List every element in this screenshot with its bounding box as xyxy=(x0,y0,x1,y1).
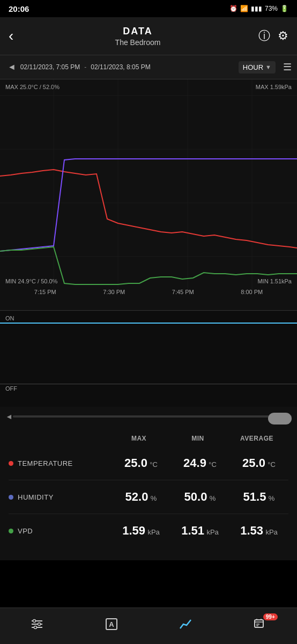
vpd-text: VPD xyxy=(18,527,33,535)
humidity-max-unit: % xyxy=(151,494,157,502)
display-icon: A xyxy=(104,617,119,632)
vpd-label: VPD xyxy=(9,527,78,535)
humidity-values: 52.0 % 50.0 % 51.5 % xyxy=(78,490,288,504)
nav-filters[interactable] xyxy=(18,617,56,632)
header: ‹ DATA The Bedroom ⓘ ⚙ xyxy=(0,17,297,55)
temperature-values: 25.0 °C 24.9 °C 25.0 °C xyxy=(78,456,288,470)
temperature-min-cell: 24.9 °C xyxy=(170,456,229,470)
alarm-icon: ⏰ xyxy=(229,5,237,12)
humidity-min-cell: 50.0 % xyxy=(170,490,229,504)
date-left-arrow[interactable]: ◄ xyxy=(5,62,18,72)
temperature-max-cell: 25.0 °C xyxy=(112,456,170,470)
signal-icon: ▮▮▮ xyxy=(251,5,262,12)
on-line xyxy=(0,323,297,324)
status-bar: 20:06 ⏰ 📶 ▮▮▮ 73% 🔋 xyxy=(0,0,297,17)
stats-row-temperature: TEMPERATURE 25.0 °C 24.9 °C 25.0 °C xyxy=(9,447,288,480)
interval-label: HOUR xyxy=(243,63,263,71)
svg-point-13 xyxy=(34,626,37,628)
vpd-min-unit: kPa xyxy=(206,528,218,536)
time-label-2: 7:30 PM xyxy=(103,289,125,295)
date-separator: - xyxy=(84,63,86,71)
temperature-dot xyxy=(9,461,13,466)
vpd-avg-cell: 1.53 kPa xyxy=(229,524,288,538)
svg-point-12 xyxy=(38,623,41,625)
stats-col-max: MAX xyxy=(109,435,168,442)
temperature-min-unit: °C xyxy=(209,460,217,469)
temperature-max-unit: °C xyxy=(150,460,158,469)
page-title: DATA xyxy=(30,26,246,37)
chart-svg xyxy=(0,79,297,310)
on-label: ON xyxy=(5,315,14,321)
temperature-avg-val: 25.0 xyxy=(242,456,265,470)
temperature-avg-unit: °C xyxy=(268,460,276,469)
vpd-max-val: 1.59 xyxy=(122,524,145,537)
vpd-avg-unit: kPa xyxy=(265,528,277,536)
settings-button[interactable]: ⚙ xyxy=(278,29,288,43)
notification-badge: 99+ xyxy=(263,613,278,620)
temperature-avg-cell: 25.0 °C xyxy=(229,456,288,470)
time-label-3: 7:45 PM xyxy=(172,289,194,295)
end-date: 02/11/2023, 8:05 PM xyxy=(91,63,150,71)
scroll-bar[interactable]: ◄ xyxy=(0,407,297,426)
start-date: 02/11/2023, 7:05 PM xyxy=(20,63,80,71)
svg-text:A: A xyxy=(109,620,114,628)
humidity-dot xyxy=(9,495,13,500)
svg-rect-16 xyxy=(255,620,263,627)
nav-display[interactable]: A xyxy=(93,617,130,632)
time-axis: 7:15 PM 7:30 PM 7:45 PM 8:00 PM xyxy=(0,289,297,295)
svg-point-11 xyxy=(33,619,36,622)
humidity-max-val: 52.0 xyxy=(125,490,148,503)
time-label-1: 7:15 PM xyxy=(34,289,56,295)
stats-col-avg: AVERAGE xyxy=(227,435,286,442)
time-label-4: 8:00 PM xyxy=(241,289,263,295)
wifi-icon: 📶 xyxy=(240,5,248,12)
sort-icon[interactable]: ☰ xyxy=(283,61,292,73)
off-label: OFF xyxy=(5,385,17,392)
off-line xyxy=(0,384,297,384)
vpd-values: 1.59 kPa 1.51 kPa 1.53 kPa xyxy=(78,524,288,538)
humidity-avg-val: 51.5 xyxy=(243,490,266,503)
header-actions: ⓘ ⚙ xyxy=(246,28,288,44)
stats-section: MAX MIN AVERAGE TEMPERATURE 25.0 °C 24.9… xyxy=(0,426,297,560)
status-icons: ⏰ 📶 ▮▮▮ 73% 🔋 xyxy=(229,5,288,12)
nav-notifications[interactable]: 99+ xyxy=(241,617,279,632)
vpd-avg-val: 1.53 xyxy=(240,524,263,537)
interval-selector[interactable]: HOUR ▼ xyxy=(239,61,276,74)
humidity-avg-cell: 51.5 % xyxy=(229,490,288,504)
back-button[interactable]: ‹ xyxy=(9,27,30,45)
nav-chart[interactable] xyxy=(167,617,204,632)
chart-area: MAX 25.0°C / 52.0% MAX 1.59kPa MIN 24.9°… xyxy=(0,79,297,310)
humidity-min-val: 50.0 xyxy=(184,490,207,503)
humidity-text: HUMIDITY xyxy=(18,493,54,501)
scroll-thumb[interactable] xyxy=(268,413,292,425)
stats-row-humidity: HUMIDITY 52.0 % 50.0 % 51.5 % xyxy=(9,480,288,514)
scroll-left-arrow[interactable]: ◄ xyxy=(5,412,13,421)
humidity-avg-unit: % xyxy=(269,494,275,502)
battery-text: 73% xyxy=(265,5,278,12)
status-time: 20:06 xyxy=(9,4,29,13)
chart-icon xyxy=(178,617,193,632)
stats-col-min: MIN xyxy=(168,435,227,442)
temperature-label: TEMPERATURE xyxy=(9,459,78,467)
on-off-area: ON OFF xyxy=(0,310,297,407)
page-subtitle: The Bedroom xyxy=(30,38,246,47)
header-title: DATA The Bedroom xyxy=(30,26,246,47)
scroll-track[interactable] xyxy=(13,415,292,418)
info-button[interactable]: ⓘ xyxy=(258,28,270,44)
temperature-min-val: 24.9 xyxy=(183,456,206,470)
humidity-min-unit: % xyxy=(210,494,216,502)
chevron-down-icon: ▼ xyxy=(265,64,271,70)
temperature-max-val: 25.0 xyxy=(124,456,147,470)
vpd-max-cell: 1.59 kPa xyxy=(112,524,170,538)
battery-icon: 🔋 xyxy=(280,5,288,12)
vpd-dot xyxy=(9,529,13,533)
stats-row-vpd: VPD 1.59 kPa 1.51 kPa 1.53 kPa xyxy=(9,514,288,547)
filters-icon xyxy=(29,617,44,632)
temperature-text: TEMPERATURE xyxy=(18,459,73,467)
date-bar: ◄ 02/11/2023, 7:05 PM - 02/11/2023, 8:05… xyxy=(0,55,297,79)
stats-header-row: MAX MIN AVERAGE xyxy=(9,435,288,442)
vpd-min-cell: 1.51 kPa xyxy=(170,524,229,538)
bottom-nav: A 99+ xyxy=(0,608,297,644)
vpd-min-val: 1.51 xyxy=(181,524,204,537)
vpd-max-unit: kPa xyxy=(147,528,159,536)
